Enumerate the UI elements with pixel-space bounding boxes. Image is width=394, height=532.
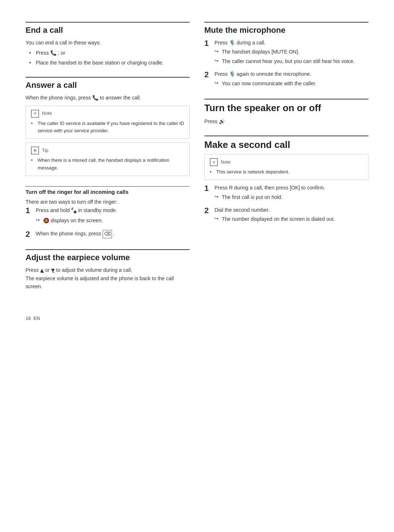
tip-item-1: When there is a missed call, the handset… — [31, 157, 184, 172]
section-body-turn-off-ringer: There are two ways to turn off the ringe… — [26, 198, 190, 239]
end-call-bullet-2: Place the handset to the base station or… — [29, 59, 190, 67]
section-title-end-a-call: End a call — [26, 22, 190, 35]
second-call-step-1-sub-1: The first call is put on hold. — [215, 193, 368, 201]
ringer-step-2: 2 When the phone rings, press ⌫ . — [26, 230, 190, 239]
mute-step-num-1: 1 — [204, 39, 211, 66]
second-call-step-1: 1 Press R during a call, then press [OK]… — [204, 184, 368, 202]
mute-step-1-sub-2: The caller cannot hear you, but you can … — [215, 57, 368, 65]
page-lang: EN — [34, 316, 40, 321]
step-content-2: When the phone rings, press ⌫ . — [36, 230, 190, 239]
speaker-button-icon: 🔊 — [219, 117, 225, 125]
volume-extra: The earpiece volume is adjusted and the … — [26, 274, 190, 291]
ringer-intro: There are two ways to turn off the ringe… — [26, 198, 190, 206]
mute-step-1-sub-1: The handset displays [MUTE ON]. — [215, 48, 368, 56]
section-answer-a-call: Answer a call When the phone rings, pres… — [26, 77, 190, 176]
vol-down-icon: ▼̲ — [51, 267, 55, 274]
section-end-a-call: End a call You can end a call in these w… — [26, 22, 190, 67]
hash-key-icon: #✱ — [71, 206, 77, 215]
vol-up-icon: ▲̲ — [40, 267, 44, 274]
answer-call-tip: ✳ Tip When there is a missed call, the h… — [26, 142, 190, 176]
section-title-adjust-volume: Adjust the earpiece volume — [26, 249, 190, 262]
left-column: End a call You can end a call in these w… — [26, 22, 190, 301]
second-call-note-item-1: This service is network dependent. — [210, 168, 363, 176]
second-call-step-2: 2 Dial the second number. The number dis… — [204, 206, 368, 224]
note-label: Note — [42, 110, 52, 117]
step-content-1: Press and hold #✱ in standby mode. 🔕 dis… — [36, 206, 190, 226]
tip-header: ✳ Tip — [31, 146, 184, 154]
note-icon: ≡ — [31, 110, 39, 118]
mute-step-content-2: Press 🎙️ again to unmute the microphone.… — [215, 70, 368, 89]
page-footer: 16 EN — [26, 316, 368, 321]
right-column: Mute the microphone 1 Press 🎙️ during a … — [204, 22, 368, 301]
tip-label: Tip — [42, 147, 49, 154]
section-title-turn-speaker: Turn the speaker on or off — [204, 99, 368, 114]
ringer-step-1: 1 Press and hold #✱ in standby mode. 🔕 d… — [26, 206, 190, 226]
section-mute-microphone: Mute the microphone 1 Press 🎙️ during a … — [204, 22, 368, 89]
section-turn-off-ringer: Turn off the ringer for all incoming cal… — [26, 186, 190, 239]
note-item-1: The caller ID service is available if yo… — [31, 120, 184, 135]
section-body-turn-speaker: Press 🔊 — [204, 117, 368, 125]
section-body-adjust-volume: Press ▲̲ or ▼̲ to adjust the volume duri… — [26, 266, 190, 291]
section-title-mute-microphone: Mute the microphone — [204, 22, 368, 35]
end-call-bullet-1: Press 📞 ; or — [29, 49, 190, 57]
second-call-note-label: Note — [221, 159, 231, 166]
section-adjust-volume: Adjust the earpiece volume Press ▲̲ or ▼… — [26, 249, 190, 291]
mute-mic-icon: 🎙️ — [229, 39, 235, 47]
section-title-turn-off-ringer: Turn off the ringer for all incoming cal… — [26, 186, 190, 195]
section-body-mute-microphone: 1 Press 🎙️ during a call. The handset di… — [204, 39, 368, 89]
second-call-step-content-1: Press R during a call, then press [OK] t… — [215, 184, 368, 202]
section-title-answer-a-call: Answer a call — [26, 77, 190, 90]
section-body-make-second-call: ≡ Note This service is network dependent… — [204, 154, 368, 224]
mute-step-1: 1 Press 🎙️ during a call. The handset di… — [204, 39, 368, 66]
note-items: The caller ID service is available if yo… — [31, 120, 184, 135]
second-call-step-2-sub-1: The number displayed on the screen is di… — [215, 215, 368, 223]
section-body-answer-a-call: When the phone rings, press 📞 to answer … — [26, 94, 190, 176]
second-call-note: ≡ Note This service is network dependent… — [204, 154, 368, 180]
answer-call-note: ≡ Note The caller ID service is availabl… — [26, 106, 190, 139]
section-turn-speaker: Turn the speaker on or off Press 🔊 — [204, 99, 368, 125]
step-num-1: 1 — [26, 206, 32, 226]
second-call-step-num-2: 2 — [204, 206, 211, 224]
page-number: 16 — [26, 316, 31, 321]
mute-step-2: 2 Press 🎙️ again to unmute the microphon… — [204, 70, 368, 89]
ringer-step-1-sub: 🔕 displays on the screen. — [36, 216, 190, 224]
mute-step-2-sub-1: You can now communicate with the caller. — [215, 79, 368, 87]
tip-icon: ✳ — [31, 146, 39, 154]
mute-step-num-2: 2 — [204, 70, 211, 89]
end-call-bullets: Press 📞 ; or Place the handset to the ba… — [26, 49, 190, 67]
step-num-2: 2 — [26, 230, 32, 239]
speaker-intro: Press 🔊 — [204, 117, 368, 125]
mute-mic-icon-2: 🎙️ — [229, 70, 235, 78]
section-make-second-call: Make a second call ≡ Note This service i… — [204, 136, 368, 224]
ringer-off-icon: 🔕 — [43, 218, 49, 223]
end-call-intro: You can end a call in these ways: — [26, 39, 190, 47]
tip-items: When there is a missed call, the handset… — [31, 157, 184, 172]
second-call-note-header: ≡ Note — [210, 158, 363, 166]
section-title-make-second-call: Make a second call — [204, 136, 368, 150]
volume-intro: Press ▲̲ or ▼̲ to adjust the volume duri… — [26, 266, 190, 274]
phone-answer-icon: 📞 — [92, 95, 98, 101]
second-call-step-content-2: Dial the second number. The number displ… — [215, 206, 368, 224]
second-call-note-items: This service is network dependent. — [210, 168, 363, 176]
phone-end-icon: 📞 — [50, 50, 57, 56]
second-call-step-num-1: 1 — [204, 184, 211, 202]
delete-key-icon: ⌫ — [103, 230, 112, 238]
section-body-end-a-call: You can end a call in these ways: Press … — [26, 39, 190, 67]
second-call-note-icon: ≡ — [210, 158, 218, 166]
mute-step-content-1: Press 🎙️ during a call. The handset disp… — [215, 39, 368, 66]
note-header: ≡ Note — [31, 110, 184, 118]
answer-call-intro: When the phone rings, press 📞 to answer … — [26, 94, 190, 102]
page-layout: End a call You can end a call in these w… — [26, 22, 368, 301]
